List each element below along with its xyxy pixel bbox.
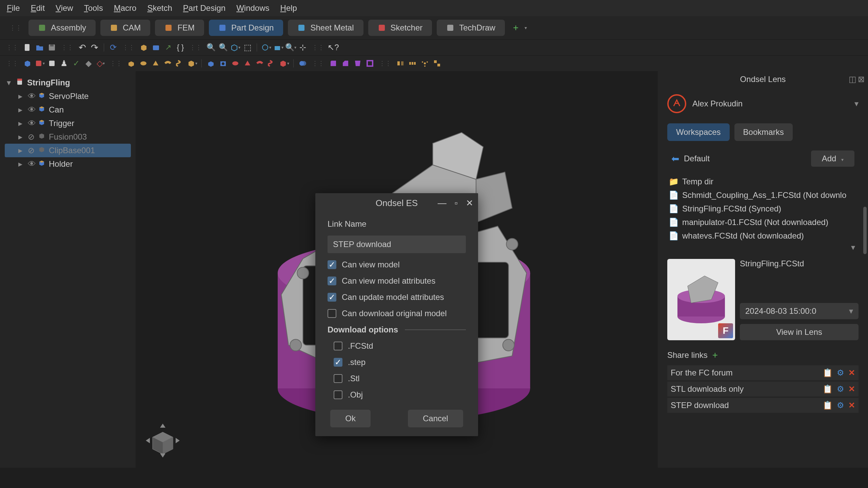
tree-item[interactable]: ▸ 👁 Can <box>5 103 131 117</box>
redo-icon[interactable]: ↷ <box>90 42 100 53</box>
menu-tools[interactable]: Tools <box>84 3 103 13</box>
visibility-icon[interactable]: 👁 <box>28 119 35 128</box>
link-icon[interactable]: ↗ <box>163 42 173 53</box>
create-sketch-icon[interactable]: ▾ <box>35 58 45 68</box>
expand-icon[interactable]: ▸ <box>18 92 24 101</box>
expand-more-icon[interactable]: ▾ <box>667 243 859 252</box>
workbench-tab-sheet-metal[interactable]: Sheet Metal <box>288 20 363 36</box>
file-row[interactable]: 📄StringFling.FCStd (Synced) <box>667 202 859 216</box>
grip-icon[interactable]: ⋮⋮ <box>310 60 326 67</box>
save-file-icon[interactable] <box>47 42 57 53</box>
hole-icon[interactable] <box>218 58 228 68</box>
sub-helix-icon[interactable] <box>267 58 277 68</box>
pad-icon[interactable] <box>126 58 136 68</box>
scrollbar[interactable] <box>863 207 867 254</box>
3d-viewport[interactable]: Ondsel ES — ▫ ✕ Link Name ✓Can view mode… <box>136 71 658 468</box>
view-in-lens-button[interactable]: View in Lens <box>740 324 859 340</box>
tree-item[interactable]: ▸ 👁 ServoPlate <box>5 89 131 103</box>
workbench-tab-techdraw[interactable]: TechDraw <box>437 20 505 36</box>
format-checkbox[interactable] <box>334 342 342 350</box>
add-button[interactable]: Add ▾ <box>811 150 854 167</box>
linear-pattern-icon[interactable] <box>408 58 418 68</box>
visibility-icon[interactable]: ⊘ <box>28 146 35 155</box>
validate-sketch-icon[interactable]: ♟ <box>59 58 69 68</box>
user-avatar[interactable] <box>667 94 686 113</box>
ok-button[interactable]: Ok <box>330 410 371 427</box>
add-workbench-button[interactable]: + <box>510 22 522 33</box>
copy-link-icon[interactable]: 📋 <box>823 384 833 394</box>
delete-link-icon[interactable]: ✕ <box>848 401 855 410</box>
menu-part-design[interactable]: Part Design <box>183 3 225 13</box>
toggle-axis-icon[interactable]: ⊹ <box>298 42 308 53</box>
fillet-icon[interactable] <box>328 58 338 68</box>
workbench-tab-fem[interactable]: FEM <box>155 20 204 36</box>
delete-link-icon[interactable]: ✕ <box>848 368 855 378</box>
add-share-link-button[interactable]: + <box>712 350 718 361</box>
polar-pattern-icon[interactable] <box>420 58 430 68</box>
loft-icon[interactable] <box>151 58 161 68</box>
boolean-icon[interactable] <box>298 58 308 68</box>
shape-binder-icon[interactable]: ◆ <box>83 58 94 68</box>
folder-row[interactable]: 📁 Temp dir <box>667 175 859 188</box>
permission-checkbox[interactable] <box>328 309 336 318</box>
format-checkbox[interactable] <box>334 390 342 399</box>
create-body-icon[interactable] <box>22 58 33 68</box>
menu-edit[interactable]: Edit <box>31 3 45 13</box>
expand-icon[interactable]: ▸ <box>18 159 24 169</box>
menu-macro[interactable]: Macro <box>114 3 137 13</box>
grip-icon[interactable]: ⋮⋮ <box>108 60 124 67</box>
navigation-cube[interactable] <box>142 420 183 461</box>
pocket-icon[interactable] <box>206 58 216 68</box>
grip-icon[interactable]: ⋮⋮ <box>4 60 20 67</box>
permission-checkbox[interactable]: ✓ <box>328 260 336 269</box>
group-icon[interactable] <box>151 42 161 53</box>
check-geometry-icon[interactable]: ✓ <box>71 58 81 68</box>
expand-icon[interactable]: ▸ <box>18 105 24 115</box>
file-preview-thumbnail[interactable]: F <box>667 259 735 340</box>
workbench-tab-assembly[interactable]: Assembly <box>28 20 96 36</box>
tab-bookmarks[interactable]: Bookmarks <box>734 123 793 141</box>
helix-icon[interactable] <box>175 58 185 68</box>
back-arrow-icon[interactable]: ⬅ <box>671 153 679 164</box>
menu-help[interactable]: Help <box>280 3 297 13</box>
cancel-button[interactable]: Cancel <box>408 410 463 427</box>
pipe-icon[interactable] <box>163 58 173 68</box>
zoom-fit-icon[interactable]: 🔍 <box>206 42 216 53</box>
grip-icon[interactable]: ⋮⋮ <box>7 24 24 32</box>
workbench-dropdown-icon[interactable]: ▾ <box>525 25 527 30</box>
file-row[interactable]: 📄manipulator-01.FCStd (Not downloaded) <box>667 216 859 229</box>
edit-sketch-icon[interactable] <box>47 58 57 68</box>
close-icon[interactable]: ✕ <box>466 198 473 208</box>
expand-icon[interactable]: ▸ <box>18 119 24 128</box>
sub-loft-icon[interactable] <box>242 58 253 68</box>
zoom-tool-icon[interactable]: 🔍▾ <box>285 42 296 53</box>
whats-this-icon[interactable]: ↖? <box>328 42 338 53</box>
mirror-icon[interactable] <box>395 58 406 68</box>
menu-windows[interactable]: Windows <box>236 3 269 13</box>
version-dropdown[interactable]: 2024-08-03 15:00:0 ▾ <box>740 303 859 319</box>
menu-file[interactable]: File <box>7 3 20 13</box>
maximize-icon[interactable]: ▫ <box>455 198 458 208</box>
copy-link-icon[interactable]: 📋 <box>823 401 833 410</box>
expand-icon[interactable]: ▸ <box>18 146 24 155</box>
additive-primitive-icon[interactable]: ▾ <box>187 58 197 68</box>
visibility-icon[interactable]: 👁 <box>28 92 35 101</box>
multi-transform-icon[interactable] <box>432 58 442 68</box>
dialog-titlebar[interactable]: Ondsel ES — ▫ ✕ <box>315 193 478 213</box>
appearance-icon[interactable]: ▾ <box>273 42 283 53</box>
sub-pipe-icon[interactable] <box>255 58 265 68</box>
minimize-icon[interactable]: — <box>438 198 447 208</box>
menu-sketch[interactable]: Sketch <box>147 3 172 13</box>
thickness-icon[interactable] <box>365 58 375 68</box>
box-icon[interactable] <box>139 42 149 53</box>
permission-checkbox[interactable]: ✓ <box>328 277 336 285</box>
grip-icon[interactable]: ⋮⋮ <box>4 44 20 51</box>
panel-undock-icon[interactable]: ◫ <box>849 75 856 84</box>
tree-item[interactable]: ▸ 👁 Trigger <box>5 117 131 130</box>
clone-icon[interactable]: ◇▾ <box>96 58 106 68</box>
visibility-icon[interactable]: ⊘ <box>28 132 35 142</box>
workbench-tab-part-design[interactable]: Part Design <box>209 20 283 36</box>
user-dropdown-icon[interactable]: ▾ <box>854 99 859 108</box>
edit-link-icon[interactable]: ⚙ <box>837 401 844 410</box>
expand-icon[interactable]: ▸ <box>18 132 24 142</box>
